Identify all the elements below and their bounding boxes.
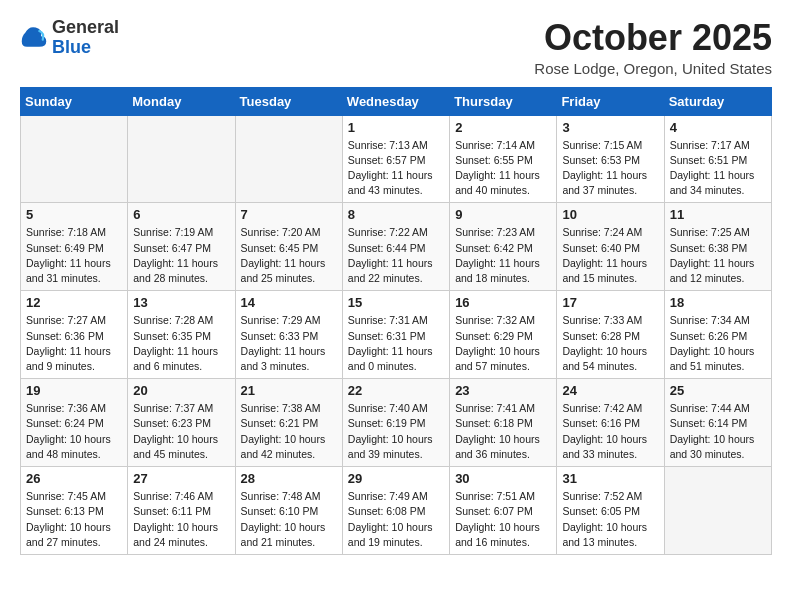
calendar-cell: 3Sunrise: 7:15 AMSunset: 6:53 PMDaylight…	[557, 115, 664, 203]
day-detail: Sunrise: 7:41 AMSunset: 6:18 PMDaylight:…	[455, 401, 551, 462]
day-number: 12	[26, 295, 122, 310]
weekday-header-row: SundayMondayTuesdayWednesdayThursdayFrid…	[21, 87, 772, 115]
day-detail: Sunrise: 7:27 AMSunset: 6:36 PMDaylight:…	[26, 313, 122, 374]
calendar-cell: 5Sunrise: 7:18 AMSunset: 6:49 PMDaylight…	[21, 203, 128, 291]
day-detail: Sunrise: 7:29 AMSunset: 6:33 PMDaylight:…	[241, 313, 337, 374]
calendar-cell	[235, 115, 342, 203]
calendar-week-row: 5Sunrise: 7:18 AMSunset: 6:49 PMDaylight…	[21, 203, 772, 291]
weekday-header: Monday	[128, 87, 235, 115]
calendar-week-row: 19Sunrise: 7:36 AMSunset: 6:24 PMDayligh…	[21, 379, 772, 467]
day-detail: Sunrise: 7:28 AMSunset: 6:35 PMDaylight:…	[133, 313, 229, 374]
calendar-cell: 25Sunrise: 7:44 AMSunset: 6:14 PMDayligh…	[664, 379, 771, 467]
day-detail: Sunrise: 7:14 AMSunset: 6:55 PMDaylight:…	[455, 138, 551, 199]
calendar-cell: 9Sunrise: 7:23 AMSunset: 6:42 PMDaylight…	[450, 203, 557, 291]
day-detail: Sunrise: 7:23 AMSunset: 6:42 PMDaylight:…	[455, 225, 551, 286]
day-number: 8	[348, 207, 444, 222]
day-detail: Sunrise: 7:51 AMSunset: 6:07 PMDaylight:…	[455, 489, 551, 550]
calendar-cell: 20Sunrise: 7:37 AMSunset: 6:23 PMDayligh…	[128, 379, 235, 467]
day-detail: Sunrise: 7:44 AMSunset: 6:14 PMDaylight:…	[670, 401, 766, 462]
day-detail: Sunrise: 7:19 AMSunset: 6:47 PMDaylight:…	[133, 225, 229, 286]
day-number: 5	[26, 207, 122, 222]
day-detail: Sunrise: 7:17 AMSunset: 6:51 PMDaylight:…	[670, 138, 766, 199]
location: Rose Lodge, Oregon, United States	[534, 60, 772, 77]
day-number: 26	[26, 471, 122, 486]
calendar-cell: 26Sunrise: 7:45 AMSunset: 6:13 PMDayligh…	[21, 467, 128, 555]
day-number: 23	[455, 383, 551, 398]
day-number: 10	[562, 207, 658, 222]
header: General Blue October 2025 Rose Lodge, Or…	[20, 18, 772, 77]
day-number: 11	[670, 207, 766, 222]
day-detail: Sunrise: 7:33 AMSunset: 6:28 PMDaylight:…	[562, 313, 658, 374]
month-title: October 2025	[534, 18, 772, 58]
day-detail: Sunrise: 7:42 AMSunset: 6:16 PMDaylight:…	[562, 401, 658, 462]
calendar-cell: 1Sunrise: 7:13 AMSunset: 6:57 PMDaylight…	[342, 115, 449, 203]
day-number: 7	[241, 207, 337, 222]
calendar-week-row: 26Sunrise: 7:45 AMSunset: 6:13 PMDayligh…	[21, 467, 772, 555]
day-detail: Sunrise: 7:15 AMSunset: 6:53 PMDaylight:…	[562, 138, 658, 199]
day-number: 25	[670, 383, 766, 398]
day-number: 13	[133, 295, 229, 310]
calendar-cell: 11Sunrise: 7:25 AMSunset: 6:38 PMDayligh…	[664, 203, 771, 291]
calendar-cell: 29Sunrise: 7:49 AMSunset: 6:08 PMDayligh…	[342, 467, 449, 555]
day-number: 1	[348, 120, 444, 135]
calendar-cell: 27Sunrise: 7:46 AMSunset: 6:11 PMDayligh…	[128, 467, 235, 555]
day-detail: Sunrise: 7:34 AMSunset: 6:26 PMDaylight:…	[670, 313, 766, 374]
day-detail: Sunrise: 7:37 AMSunset: 6:23 PMDaylight:…	[133, 401, 229, 462]
weekday-header: Thursday	[450, 87, 557, 115]
day-detail: Sunrise: 7:22 AMSunset: 6:44 PMDaylight:…	[348, 225, 444, 286]
title-block: October 2025 Rose Lodge, Oregon, United …	[534, 18, 772, 77]
calendar-cell: 10Sunrise: 7:24 AMSunset: 6:40 PMDayligh…	[557, 203, 664, 291]
day-detail: Sunrise: 7:25 AMSunset: 6:38 PMDaylight:…	[670, 225, 766, 286]
calendar-cell: 21Sunrise: 7:38 AMSunset: 6:21 PMDayligh…	[235, 379, 342, 467]
calendar-cell: 15Sunrise: 7:31 AMSunset: 6:31 PMDayligh…	[342, 291, 449, 379]
calendar-cell: 17Sunrise: 7:33 AMSunset: 6:28 PMDayligh…	[557, 291, 664, 379]
day-number: 22	[348, 383, 444, 398]
logo-general: General	[52, 17, 119, 37]
day-detail: Sunrise: 7:20 AMSunset: 6:45 PMDaylight:…	[241, 225, 337, 286]
day-detail: Sunrise: 7:31 AMSunset: 6:31 PMDaylight:…	[348, 313, 444, 374]
day-detail: Sunrise: 7:24 AMSunset: 6:40 PMDaylight:…	[562, 225, 658, 286]
day-number: 29	[348, 471, 444, 486]
calendar-cell: 22Sunrise: 7:40 AMSunset: 6:19 PMDayligh…	[342, 379, 449, 467]
day-detail: Sunrise: 7:36 AMSunset: 6:24 PMDaylight:…	[26, 401, 122, 462]
weekday-header: Friday	[557, 87, 664, 115]
day-number: 30	[455, 471, 551, 486]
day-detail: Sunrise: 7:46 AMSunset: 6:11 PMDaylight:…	[133, 489, 229, 550]
weekday-header: Sunday	[21, 87, 128, 115]
calendar-cell: 24Sunrise: 7:42 AMSunset: 6:16 PMDayligh…	[557, 379, 664, 467]
calendar-cell: 7Sunrise: 7:20 AMSunset: 6:45 PMDaylight…	[235, 203, 342, 291]
day-number: 15	[348, 295, 444, 310]
calendar-cell	[128, 115, 235, 203]
day-number: 9	[455, 207, 551, 222]
day-number: 16	[455, 295, 551, 310]
calendar-table: SundayMondayTuesdayWednesdayThursdayFrid…	[20, 87, 772, 555]
day-detail: Sunrise: 7:52 AMSunset: 6:05 PMDaylight:…	[562, 489, 658, 550]
calendar-cell: 12Sunrise: 7:27 AMSunset: 6:36 PMDayligh…	[21, 291, 128, 379]
calendar-cell: 23Sunrise: 7:41 AMSunset: 6:18 PMDayligh…	[450, 379, 557, 467]
logo-icon	[20, 24, 48, 52]
calendar-cell	[21, 115, 128, 203]
day-detail: Sunrise: 7:18 AMSunset: 6:49 PMDaylight:…	[26, 225, 122, 286]
day-number: 21	[241, 383, 337, 398]
day-number: 6	[133, 207, 229, 222]
calendar-cell	[664, 467, 771, 555]
calendar-cell: 13Sunrise: 7:28 AMSunset: 6:35 PMDayligh…	[128, 291, 235, 379]
calendar-cell: 16Sunrise: 7:32 AMSunset: 6:29 PMDayligh…	[450, 291, 557, 379]
day-number: 17	[562, 295, 658, 310]
logo-blue: Blue	[52, 37, 91, 57]
calendar-week-row: 1Sunrise: 7:13 AMSunset: 6:57 PMDaylight…	[21, 115, 772, 203]
day-number: 27	[133, 471, 229, 486]
calendar-cell: 31Sunrise: 7:52 AMSunset: 6:05 PMDayligh…	[557, 467, 664, 555]
day-number: 18	[670, 295, 766, 310]
weekday-header: Tuesday	[235, 87, 342, 115]
calendar-cell: 28Sunrise: 7:48 AMSunset: 6:10 PMDayligh…	[235, 467, 342, 555]
day-number: 14	[241, 295, 337, 310]
day-number: 19	[26, 383, 122, 398]
logo: General Blue	[20, 18, 119, 58]
calendar-cell: 4Sunrise: 7:17 AMSunset: 6:51 PMDaylight…	[664, 115, 771, 203]
calendar-cell: 14Sunrise: 7:29 AMSunset: 6:33 PMDayligh…	[235, 291, 342, 379]
calendar-cell: 2Sunrise: 7:14 AMSunset: 6:55 PMDaylight…	[450, 115, 557, 203]
day-detail: Sunrise: 7:40 AMSunset: 6:19 PMDaylight:…	[348, 401, 444, 462]
calendar-cell: 18Sunrise: 7:34 AMSunset: 6:26 PMDayligh…	[664, 291, 771, 379]
calendar-week-row: 12Sunrise: 7:27 AMSunset: 6:36 PMDayligh…	[21, 291, 772, 379]
